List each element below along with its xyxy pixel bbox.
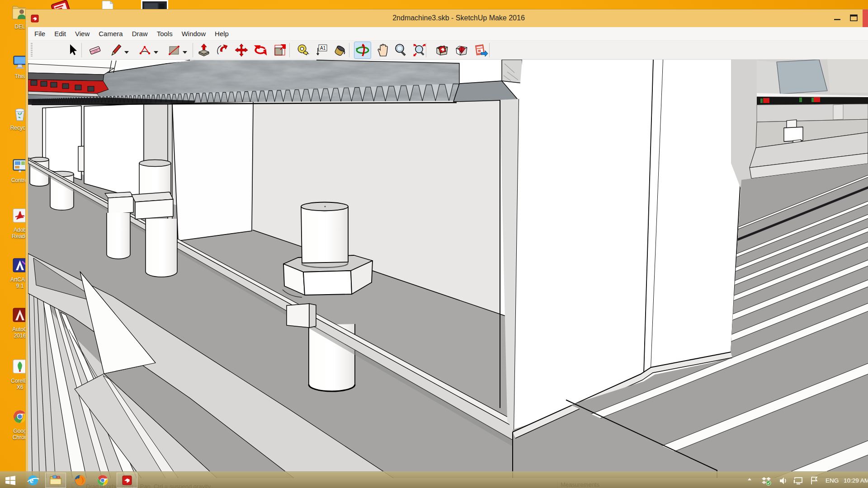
- rotate-tool[interactable]: [252, 42, 269, 58]
- text-tool[interactable]: A1: [314, 42, 330, 58]
- tray-clock[interactable]: 10:29 AM: [844, 477, 868, 484]
- taskbar-sketchup[interactable]: [117, 473, 137, 488]
- window-titlebar[interactable]: 2ndmachine3.skb - SketchUp Make 2016: [26, 9, 868, 27]
- desktop-icon-autocad[interactable]: AutoC2016: [6, 305, 26, 339]
- get-models-button[interactable]: [434, 42, 450, 58]
- maximize-button[interactable]: [845, 9, 862, 27]
- move-tool[interactable]: [233, 42, 250, 58]
- pushpull-tool[interactable]: [196, 42, 212, 58]
- scale-tool-icon: [272, 42, 288, 58]
- line-tool-icon: [108, 42, 123, 58]
- toolbar-separator: [426, 43, 426, 57]
- taskbar-file-explorer[interactable]: [45, 473, 66, 488]
- menu-bar: File Edit View Camera Draw Tools Window …: [28, 27, 868, 41]
- share-model-button-icon: [473, 42, 488, 58]
- coreldraw-icon: [10, 357, 26, 376]
- extension-warehouse-button-icon: [454, 42, 469, 58]
- adobe-reader-icon: [10, 206, 26, 225]
- menu-edit[interactable]: Edit: [50, 28, 71, 39]
- control-panel-icon: [10, 156, 26, 175]
- extension-warehouse-button[interactable]: [453, 42, 470, 58]
- viewport-3d[interactable]: [28, 60, 868, 478]
- toolbar-separator: [289, 43, 290, 57]
- desktop-icon-this-pc[interactable]: This: [6, 52, 26, 80]
- orbit-tool[interactable]: [354, 42, 371, 58]
- menu-camera[interactable]: Camera: [94, 28, 127, 39]
- toolbar-separator: [81, 43, 82, 57]
- rotate-tool-icon: [253, 42, 268, 58]
- svg-text:e: e: [30, 476, 33, 485]
- zoom-extents-tool[interactable]: [411, 42, 428, 58]
- desktop-icon-label: Recycle: [6, 125, 26, 131]
- text-tool-icon: A1: [314, 42, 330, 58]
- desktop-icon-artcam[interactable]: ArtCAM9.1: [6, 256, 26, 289]
- desktop-icon-chrome[interactable]: GoogChron: [6, 407, 26, 441]
- desktop-icon-label: This: [6, 73, 26, 80]
- tray-expand-icon[interactable]: [746, 476, 753, 485]
- close-button[interactable]: [863, 9, 868, 27]
- paint-bucket-tool-icon: [332, 42, 348, 58]
- tray-network-icon[interactable]: [793, 476, 805, 488]
- desktop-icon-label: Goog: [6, 428, 26, 434]
- followme-tool[interactable]: [214, 42, 231, 58]
- share-model-button[interactable]: [472, 42, 489, 58]
- menu-window[interactable]: Window: [177, 28, 210, 39]
- tape-measure-tool[interactable]: [295, 42, 311, 58]
- toolbar-grip[interactable]: [31, 43, 33, 57]
- recycle-bin-icon: [10, 104, 26, 123]
- tool-dropdown-arrow[interactable]: [153, 48, 160, 52]
- minimize-button[interactable]: [829, 9, 846, 27]
- tool-dropdown-arrow[interactable]: [182, 48, 189, 52]
- taskbar-firefox[interactable]: [73, 474, 87, 487]
- sketchup-window: 2ndmachine3.skb - SketchUp Make 2016 Fil…: [26, 9, 868, 488]
- get-models-button-icon: [434, 42, 450, 58]
- user-folder-icon: [10, 3, 26, 22]
- menu-view[interactable]: View: [71, 28, 94, 39]
- window-title: 2ndmachine3.skb - SketchUp Make 2016: [26, 14, 868, 22]
- move-tool-icon: [234, 42, 249, 58]
- tray-language[interactable]: ENG: [826, 477, 839, 484]
- desktop-icon-label: CorelDl: [6, 378, 26, 384]
- desktop-icon-control-panel[interactable]: Control: [6, 156, 26, 183]
- tray-action-center-icon[interactable]: [809, 476, 819, 488]
- taskbar-chrome[interactable]: [96, 474, 109, 487]
- desktop-icon-label: X6: [6, 384, 26, 390]
- tray-volume-icon[interactable]: [778, 476, 788, 488]
- menu-draw[interactable]: Draw: [127, 28, 152, 39]
- desktop-icon-label: Adob: [6, 227, 26, 233]
- pan-tool-icon: [375, 42, 390, 58]
- tape-measure-tool-icon: [295, 42, 311, 58]
- tool-dropdown-arrow[interactable]: [124, 48, 130, 52]
- paint-bucket-tool[interactable]: [332, 42, 348, 58]
- model-3d-scene: [28, 60, 868, 478]
- screen: DEL This Recycle Control AdobReade ArtCA…: [0, 0, 868, 488]
- desktop-icon-user-folder[interactable]: DEL: [6, 3, 26, 30]
- desktop-icon-coreldraw[interactable]: CorelDlX6: [6, 357, 26, 390]
- text-tool-glyph: A1: [320, 46, 326, 51]
- arc-tool-icon: [137, 42, 152, 58]
- taskbar-internet-explorer[interactable]: e: [26, 474, 40, 487]
- desktop-icon-recycle-bin[interactable]: Recycle: [6, 104, 26, 131]
- desktop-icon-adobe-reader[interactable]: AdobReade: [6, 206, 26, 239]
- this-pc-icon: [10, 52, 26, 71]
- menu-file[interactable]: File: [30, 28, 50, 39]
- chrome-icon: [10, 407, 26, 426]
- taskbar: e ENG 10:29 AM: [0, 471, 868, 488]
- pan-tool[interactable]: [374, 42, 391, 58]
- menu-tools[interactable]: Tools: [152, 28, 177, 39]
- scale-tool[interactable]: [272, 42, 288, 58]
- tray-dropbox-icon[interactable]: [761, 476, 771, 488]
- arc-tool[interactable]: [137, 42, 153, 58]
- rectangle-tool[interactable]: [166, 42, 182, 58]
- start-button[interactable]: [4, 474, 17, 487]
- zoom-tool[interactable]: [393, 42, 409, 58]
- orbit-tool-icon: [355, 42, 370, 58]
- desktop-icon-column: DEL This Recycle Control AdobReade ArtCA…: [0, 0, 26, 488]
- eraser-tool[interactable]: pink: [87, 42, 103, 58]
- desktop-icon-label: ArtCAM: [6, 277, 26, 283]
- desktop-icon-label: Chron: [6, 434, 26, 441]
- line-tool[interactable]: [108, 42, 124, 58]
- desktop-icon-label: AutoC: [6, 326, 26, 333]
- select-tool[interactable]: [64, 42, 80, 58]
- menu-help[interactable]: Help: [210, 28, 233, 39]
